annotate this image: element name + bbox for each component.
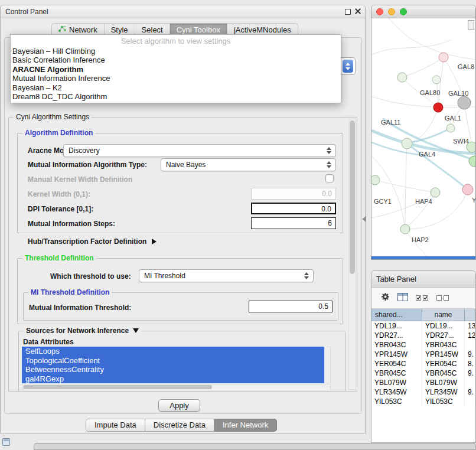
select-all-checkboxes-icon[interactable] bbox=[416, 293, 429, 304]
attribute-item[interactable]: BetweennessCentrality bbox=[22, 365, 324, 374]
network-edge bbox=[407, 107, 438, 144]
columns-icon[interactable] bbox=[397, 293, 408, 304]
cell-shared-name: YDR27... bbox=[371, 331, 422, 340]
attribute-item[interactable]: TopologicalCoefficient bbox=[22, 356, 324, 366]
attribute-item[interactable]: gal4RGexp bbox=[22, 374, 324, 384]
tab-infer-network[interactable]: Infer Network bbox=[214, 419, 277, 432]
table-row[interactable]: YDL19... YDL19... 13 bbox=[371, 321, 475, 331]
cell-name: YLR345W bbox=[422, 387, 465, 397]
column-header-name[interactable]: name bbox=[422, 309, 465, 321]
splitpane-collapse-arrow[interactable] bbox=[362, 216, 366, 222]
settings-scrollbar[interactable] bbox=[348, 119, 356, 390]
clear-checkboxes-icon[interactable] bbox=[436, 293, 449, 304]
node-label: GAL10 bbox=[448, 90, 468, 97]
cell-extra: 9. bbox=[465, 387, 475, 397]
dpi-tolerance-label: DPI Tolerance [0,1]: bbox=[28, 205, 93, 213]
settings-scrollbar-thumb[interactable] bbox=[350, 120, 355, 274]
network-node[interactable] bbox=[439, 53, 448, 62]
node-label: GCY1 bbox=[374, 198, 392, 205]
mi-threshold-label: Mutual Information Threshold: bbox=[29, 304, 131, 312]
network-selection-border bbox=[371, 256, 476, 259]
aracne-mode-value: Discovery bbox=[64, 146, 325, 155]
algorithm-option[interactable]: Bayesian – Hill Climbing bbox=[11, 47, 341, 56]
tab-impute-data[interactable]: Impute Data bbox=[86, 419, 145, 432]
attribute-list-hscrollbar[interactable] bbox=[22, 384, 331, 390]
table-row[interactable]: YER054C YER054C 8. bbox=[371, 359, 475, 369]
manual-kernel-checkbox[interactable] bbox=[325, 174, 334, 182]
network-node[interactable] bbox=[371, 175, 380, 185]
algorithm-option[interactable]: Bayesian – K2 bbox=[11, 83, 341, 92]
cell-name: YPR145W bbox=[422, 350, 465, 359]
node-label: GAL4 bbox=[419, 151, 435, 158]
control-panel-window: Control Panel Network Style Select Cyni … bbox=[0, 5, 366, 433]
table-rows: YDL19... YDL19... 13 YDR27... YDR27... 1… bbox=[371, 321, 475, 443]
tab-network-label: Network bbox=[69, 25, 97, 34]
network-canvas[interactable]: GAL8GAL80GAL10GAL11GAL1SWI4GAL4GCY1HAP4H… bbox=[371, 18, 476, 257]
table-row[interactable]: YLR345W YLR345W 9. bbox=[371, 387, 475, 397]
network-node[interactable] bbox=[431, 188, 440, 197]
minimize-button[interactable] bbox=[388, 8, 395, 15]
attribute-list-hscrollbar-thumb[interactable] bbox=[23, 385, 212, 389]
cell-shared-name: YBL079W bbox=[371, 378, 422, 387]
attribute-list-vscrollbar[interactable] bbox=[324, 347, 331, 383]
which-threshold-label: Which threshold to use: bbox=[50, 272, 131, 281]
cell-extra bbox=[465, 378, 475, 387]
algorithm-option[interactable]: Dream8 DC_TDC Algorithm bbox=[11, 92, 341, 101]
data-attributes-label: Data Attributes bbox=[23, 338, 74, 346]
table-row[interactable]: YBR045C YBR045C 9. bbox=[371, 369, 475, 378]
network-edge bbox=[405, 229, 428, 257]
table-row[interactable]: YIL053C YIL053C bbox=[371, 397, 475, 406]
table-row[interactable]: YBR043C YBR043C bbox=[371, 340, 475, 350]
mi-steps-field[interactable]: 6 bbox=[251, 217, 336, 229]
dpi-tolerance-field[interactable]: 0.0 bbox=[251, 203, 336, 214]
zoom-button[interactable] bbox=[400, 8, 407, 15]
apply-button[interactable]: Apply bbox=[158, 399, 200, 412]
mi-type-select[interactable]: Naive Bayes bbox=[161, 158, 336, 171]
group-title: MI Threshold Definition bbox=[28, 288, 112, 296]
aracne-mode-select[interactable]: Discovery bbox=[63, 144, 336, 157]
network-node[interactable] bbox=[433, 103, 443, 112]
tab-discretize-data[interactable]: Discretize Data bbox=[145, 419, 214, 432]
hub-section-toggle[interactable]: Hub/Transcription Factor Definition bbox=[28, 237, 157, 246]
table-row[interactable]: YPR145W YPR145W 9. bbox=[371, 350, 475, 359]
combobox-arrows-icon bbox=[343, 60, 353, 73]
which-threshold-select[interactable]: MI Threshold bbox=[139, 269, 314, 282]
cell-name: YBL079W bbox=[422, 378, 465, 387]
sources-section-toggle[interactable]: Sources for Network Inference bbox=[24, 327, 141, 335]
close-window-button[interactable] bbox=[355, 8, 361, 15]
network-node[interactable] bbox=[462, 184, 473, 195]
network-node[interactable] bbox=[432, 76, 441, 84]
algorithm-option[interactable]: ARACNE Algorithm bbox=[11, 65, 341, 74]
network-node[interactable] bbox=[446, 124, 455, 132]
network-edge bbox=[371, 40, 451, 55]
table-toolbar bbox=[371, 288, 475, 309]
cell-extra bbox=[465, 397, 475, 406]
restore-panel-button[interactable] bbox=[2, 438, 10, 446]
table-row[interactable]: YBL079W YBL079W bbox=[371, 378, 475, 387]
cell-name: YIL053C bbox=[422, 397, 465, 406]
expand-right-icon bbox=[152, 239, 157, 244]
close-button[interactable] bbox=[376, 8, 383, 15]
network-node[interactable] bbox=[397, 73, 407, 82]
cell-shared-name: YLR345W bbox=[371, 387, 422, 397]
birdseye-toggle[interactable] bbox=[468, 20, 474, 30]
gear-icon[interactable] bbox=[381, 292, 390, 304]
table-row[interactable]: YDR27... YDR27... 12 bbox=[371, 331, 475, 340]
column-header-extra[interactable] bbox=[465, 309, 475, 321]
algorithm-option[interactable]: Basic Correlation Inference bbox=[11, 56, 341, 64]
cell-name: YER054C bbox=[422, 359, 465, 369]
mi-threshold-field[interactable]: 0.5 bbox=[249, 301, 332, 312]
attribute-item[interactable]: SelfLoops bbox=[22, 347, 324, 356]
algorithm-option[interactable]: Mutual Information Inference bbox=[11, 74, 341, 83]
network-node[interactable] bbox=[458, 96, 471, 109]
kernel-width-field[interactable]: 0.0 bbox=[251, 188, 336, 200]
bottom-tab-bar: Impute Data Discretize Data Infer Networ… bbox=[86, 419, 277, 432]
float-window-button[interactable] bbox=[345, 9, 351, 15]
node-label: HAP2 bbox=[412, 236, 429, 243]
cell-shared-name: YER054C bbox=[371, 359, 422, 369]
network-node[interactable] bbox=[402, 138, 412, 149]
network-node[interactable] bbox=[400, 224, 410, 234]
table-panel-title: Table Panel bbox=[371, 271, 475, 288]
attribute-list: SelfLoops TopologicalCoefficient Between… bbox=[22, 347, 324, 383]
column-header-shared-name[interactable]: shared... bbox=[371, 309, 422, 321]
